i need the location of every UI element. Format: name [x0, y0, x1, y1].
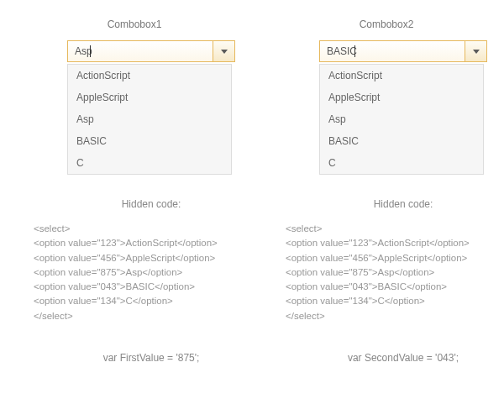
combobox1-column: Combobox1 ActionScript AppleScript Asp B…: [0, 18, 252, 364]
combobox1-hidden-code: <select> <option value="123">ActionScrip…: [34, 222, 235, 323]
combobox1: [67, 40, 235, 62]
combobox1-var-line: var FirstValue = '875';: [50, 352, 252, 364]
svg-marker-1: [473, 50, 480, 54]
triangle-down-icon: [473, 50, 480, 54]
combobox1-option[interactable]: BASIC: [68, 130, 231, 152]
combobox1-option[interactable]: AppleScript: [68, 87, 231, 108]
combobox2-dropdown: ActionScript AppleScript Asp BASIC C: [319, 64, 484, 175]
combobox2-option[interactable]: AppleScript: [320, 87, 483, 108]
combobox2-column: Combobox2 ActionScript AppleScript Asp B…: [252, 18, 504, 364]
text-caret: [354, 45, 355, 57]
combobox1-option[interactable]: Asp: [68, 108, 231, 130]
combobox2-option[interactable]: ActionScript: [320, 65, 483, 87]
combobox2-hidden-code: <select> <option value="123">ActionScrip…: [286, 222, 487, 323]
combobox2: [319, 40, 487, 62]
combobox1-title: Combobox1: [34, 18, 185, 30]
svg-marker-0: [221, 50, 228, 54]
combobox2-title: Combobox2: [286, 18, 437, 30]
combobox2-input[interactable]: [319, 40, 465, 62]
hidden-code-label: Hidden code:: [50, 198, 252, 210]
combobox1-option[interactable]: C: [68, 152, 231, 174]
triangle-down-icon: [221, 50, 228, 54]
combobox1-option[interactable]: ActionScript: [68, 65, 231, 87]
combobox1-toggle-button[interactable]: [213, 40, 235, 62]
text-caret: [90, 45, 91, 57]
combobox2-option[interactable]: Asp: [320, 108, 483, 130]
combobox2-option[interactable]: C: [320, 152, 483, 174]
combobox1-dropdown: ActionScript AppleScript Asp BASIC C: [67, 64, 232, 175]
combobox2-toggle-button[interactable]: [465, 40, 487, 62]
combobox2-option[interactable]: BASIC: [320, 130, 483, 152]
combobox2-var-line: var SecondValue = '043';: [302, 352, 504, 364]
hidden-code-label: Hidden code:: [302, 198, 504, 210]
